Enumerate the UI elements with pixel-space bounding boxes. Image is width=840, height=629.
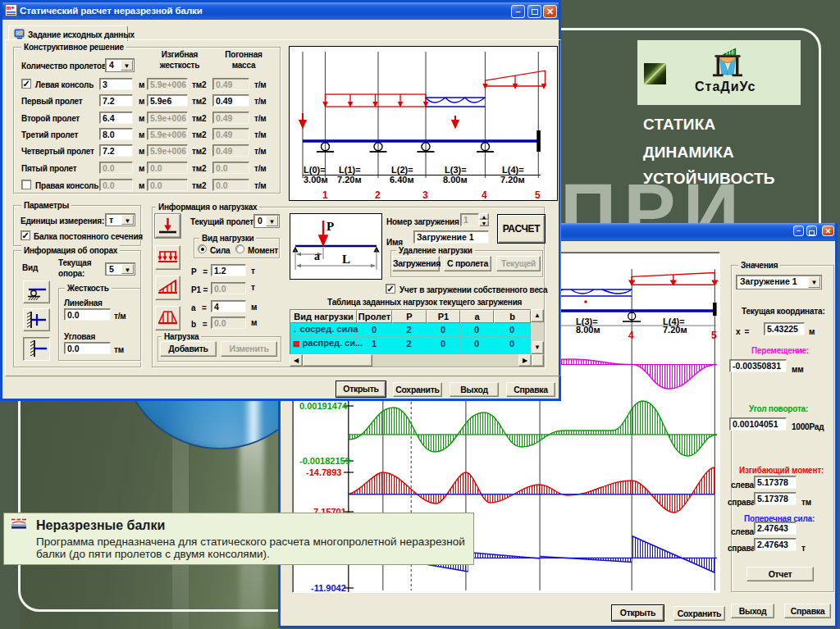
- svg-text:5: 5: [711, 330, 717, 341]
- svg-text:1: 1: [322, 189, 328, 200]
- svg-text:8.00м: 8.00м: [443, 175, 468, 185]
- svg-text:6.40м: 6.40м: [390, 175, 414, 185]
- svg-text:-11.9042: -11.9042: [311, 583, 346, 592]
- svg-text:3: 3: [422, 189, 428, 200]
- svg-text:8.00м: 8.00м: [576, 325, 600, 335]
- svg-text:4: 4: [482, 189, 487, 200]
- svg-text:7.20м: 7.20м: [663, 325, 687, 335]
- svg-text:P: P: [326, 220, 334, 233]
- svg-text:L(4)=: L(4)=: [502, 165, 524, 175]
- svg-text:5: 5: [535, 189, 541, 200]
- svg-text:L(1)=: L(1)=: [339, 165, 361, 175]
- svg-text:L(2)=: L(2)=: [391, 165, 413, 175]
- svg-text:7.20м: 7.20м: [337, 175, 362, 185]
- svg-text:3.00м: 3.00м: [304, 175, 328, 185]
- svg-text:L: L: [342, 253, 350, 266]
- svg-text:-14.7893: -14.7893: [306, 467, 341, 477]
- svg-text:2: 2: [375, 189, 381, 200]
- svg-text:0.00191474: 0.00191474: [299, 401, 348, 411]
- svg-text:4: 4: [628, 330, 634, 341]
- svg-text:m+: m+: [7, 5, 15, 11]
- svg-text:a: a: [314, 250, 320, 262]
- svg-text:?: ?: [19, 29, 24, 37]
- svg-text:-0.00182159: -0.00182159: [299, 456, 350, 466]
- svg-text:L(0)=: L(0)=: [304, 165, 326, 175]
- svg-text:L(3)=: L(3)=: [445, 165, 467, 175]
- svg-text:7.20м: 7.20м: [500, 175, 525, 185]
